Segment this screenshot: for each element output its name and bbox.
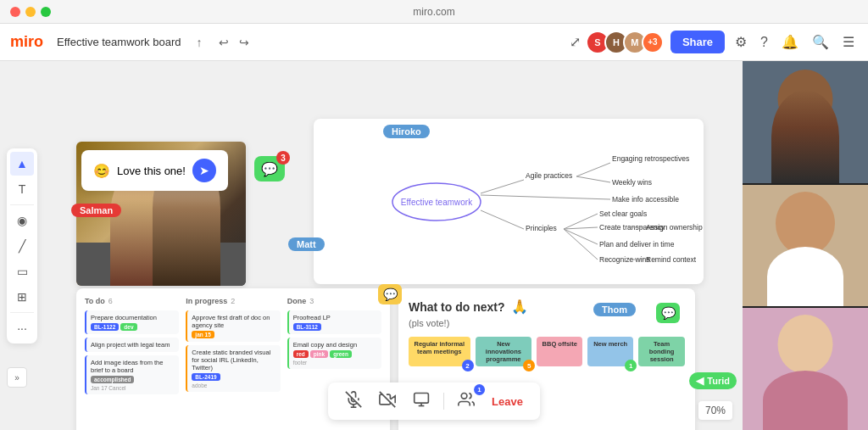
sticky-note-5[interactable]: Team bonding session <box>638 337 685 366</box>
sticky-count-4: 1 <box>625 360 637 371</box>
minimize-dot[interactable] <box>25 7 36 17</box>
kanban-item-text: Create static branded visual for social … <box>192 349 275 371</box>
svg-text:Engaging retrospectives: Engaging retrospectives <box>612 154 689 163</box>
svg-line-6 <box>576 176 610 182</box>
voting-chat-icon[interactable]: 💬 <box>656 303 680 323</box>
kanban-col-done-title: Done <box>287 297 307 305</box>
svg-text:Set clear goals: Set clear goals <box>599 209 647 218</box>
sticky-count-2: 5 <box>523 360 535 371</box>
kanban-item-text: Approve first draft of doc on agency sit… <box>192 314 275 329</box>
chat-badge[interactable]: 💬 3 <box>254 156 285 181</box>
undo-button[interactable]: ↩ <box>215 34 232 51</box>
upload-button[interactable]: ↑ <box>192 34 205 51</box>
grid-tool[interactable]: ⊞ <box>10 285 34 309</box>
panel-toggle-button[interactable]: » <box>7 367 27 388</box>
sticky-note-1[interactable]: Regular informal team meetings 2 <box>409 337 470 366</box>
kanban-item[interactable]: Align project with legal team <box>85 338 179 352</box>
sticky-note-4[interactable]: New merch 1 <box>587 337 633 366</box>
leave-button[interactable]: Leave <box>485 392 530 411</box>
shape-tool[interactable]: ▭ <box>10 260 34 283</box>
kanban-tag: pink <box>310 350 328 358</box>
love-note-emoji: 😊 <box>93 163 110 179</box>
pen-tool[interactable]: ◉ <box>10 209 34 232</box>
svg-text:Effective teamwork: Effective teamwork <box>401 198 473 207</box>
avatar-extra-count: +3 <box>642 31 664 53</box>
share-button[interactable]: Share <box>670 31 725 53</box>
chat-icon[interactable]: 💬 3 <box>254 156 285 181</box>
svg-text:Assign ownership: Assign ownership <box>646 223 703 232</box>
sticky-count-1: 2 <box>462 360 474 371</box>
help-button[interactable]: ? <box>757 33 771 52</box>
video-tile-3 <box>743 308 868 430</box>
kanban-item[interactable]: Email copy and design red pink green foo… <box>287 338 381 369</box>
more-tools[interactable]: ··· <box>10 316 34 340</box>
mic-off-button[interactable] <box>338 388 369 415</box>
kanban-col-done-header: Done 3 <box>287 297 381 305</box>
draw-tool[interactable]: ╱ <box>10 234 34 258</box>
notifications-button[interactable]: 🔔 <box>778 32 802 52</box>
svg-text:Agile practices: Agile practices <box>526 171 572 180</box>
board-title[interactable]: Effective teamwork board <box>57 36 181 48</box>
redo-button[interactable]: ↪ <box>236 34 253 51</box>
title-bar: miro.com <box>0 0 868 24</box>
search-button[interactable]: 🔍 <box>809 32 832 52</box>
kanban-col-done-count: 3 <box>309 297 314 305</box>
bottom-toolbar: 1 Leave <box>328 383 540 420</box>
kanban-item-tags: jan 15 <box>192 331 275 338</box>
love-note: 😊 Love this one! ➤ <box>81 150 228 191</box>
toolbar-right: ⤢ S H M +3 Share ⚙ ? 🔔 🔍 ☰ <box>566 31 858 54</box>
toolbar-divider <box>443 393 444 410</box>
kanban-col-inprogress-title: In progress <box>186 297 227 305</box>
kanban-item-meta: footer <box>293 360 377 366</box>
kanban-item[interactable]: Proofread LP BL-3112 <box>287 310 381 334</box>
sticky-note-2[interactable]: New innovations programme 5 <box>476 337 532 366</box>
video-tile-2 <box>743 185 868 307</box>
kanban-col-inprogress-count: 2 <box>231 297 235 305</box>
svg-text:Principles: Principles <box>526 224 557 232</box>
kanban-col-inprogress: In progress 2 Approve first draft of doc… <box>186 297 280 428</box>
kanban-item[interactable]: Approve first draft of doc on agency sit… <box>186 310 280 342</box>
sticky-notes: Regular informal team meetings 2 New inn… <box>409 337 685 366</box>
kanban-chat-icon[interactable]: 💬 <box>378 284 402 304</box>
svg-line-8 <box>481 195 610 199</box>
salman-cursor-label: Salman <box>71 204 121 217</box>
kanban-item-text: Prepare documentation <box>91 314 175 321</box>
kanban-item[interactable]: Prepare documentation BL-1122 dev <box>85 310 179 334</box>
kanban-tag: dev <box>120 323 136 331</box>
menu-button[interactable]: ☰ <box>839 32 858 52</box>
matt-cursor-label: Matt <box>288 237 325 251</box>
mind-map-card[interactable]: Effective teamwork Agile practices Engag… <box>314 119 704 284</box>
chat-count: 3 <box>276 151 290 165</box>
text-tool[interactable]: T <box>10 177 34 201</box>
screen-share-button[interactable] <box>406 388 437 415</box>
cursor-mode-button[interactable]: ⤢ <box>566 32 584 52</box>
love-note-send[interactable]: ➤ <box>192 159 216 182</box>
undo-redo: ↩ ↪ <box>215 34 253 51</box>
close-dot[interactable] <box>10 7 20 17</box>
kanban-tag: red <box>293 350 309 358</box>
window-controls[interactable] <box>10 7 51 17</box>
sticky-note-3[interactable]: BBQ offsite <box>537 337 582 366</box>
kanban-col-todo: To do 6 Prepare documentation BL-1122 de… <box>85 297 179 428</box>
svg-text:Make info accessible: Make info accessible <box>612 195 679 204</box>
kanban-tag: green <box>330 350 352 358</box>
kanban-item[interactable]: Create static branded visual for social … <box>186 345 280 392</box>
people-button[interactable]: 1 <box>451 388 481 415</box>
zoom-indicator: 70% <box>698 401 732 420</box>
kanban-item-text: Proofread LP <box>293 314 377 321</box>
url-bar[interactable]: miro.com <box>413 6 454 18</box>
right-video-panel <box>743 61 868 430</box>
svg-line-10 <box>481 210 524 229</box>
maximize-dot[interactable] <box>41 7 51 17</box>
kanban-item[interactable]: Add image ideas from the brief to a boar… <box>85 355 179 394</box>
svg-line-14 <box>564 227 598 229</box>
select-tool[interactable]: ▲ <box>10 152 34 176</box>
svg-text:Weekly wins: Weekly wins <box>612 178 652 187</box>
camera-off-button[interactable] <box>372 388 403 415</box>
canvas-area[interactable]: ▲ T ◉ ╱ ▭ ⊞ ··· Hiroko Effective teamwor… <box>0 61 868 430</box>
kanban-col-todo-count: 6 <box>108 297 113 305</box>
thom-cursor-label: Thom <box>593 303 636 316</box>
svg-line-4 <box>576 163 610 176</box>
customize-button[interactable]: ⚙ <box>732 32 750 52</box>
svg-line-12 <box>564 214 598 229</box>
